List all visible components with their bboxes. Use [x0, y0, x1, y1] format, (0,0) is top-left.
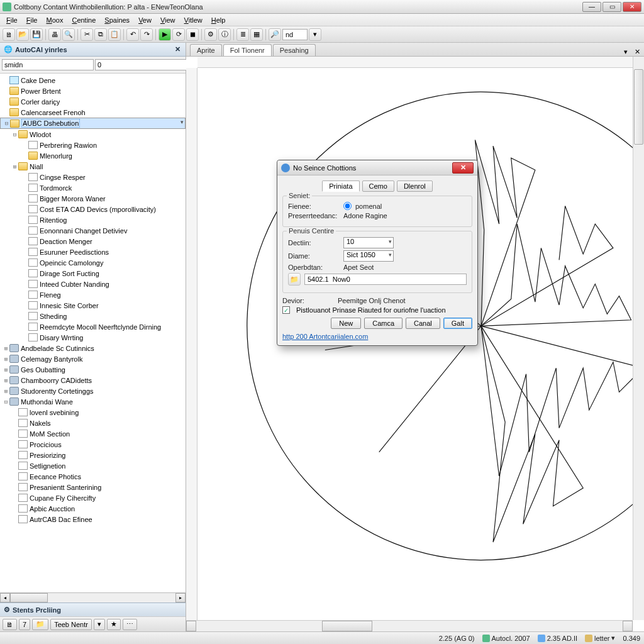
- tree-item[interactable]: Eecance Photics: [0, 471, 186, 482]
- tree-item[interactable]: Ritentiog: [0, 214, 186, 225]
- canvas-hscroll[interactable]: [186, 620, 633, 631]
- toolbar-info-icon[interactable]: ⓘ: [218, 28, 231, 41]
- tree-item[interactable]: Reemdcyte Mocoll Neerftclynde Dirning: [0, 321, 186, 332]
- canvas-vscroll[interactable]: [633, 57, 644, 620]
- sidebar-close-icon[interactable]: ✕: [173, 45, 182, 54]
- tree-item[interactable]: Corler dariçy: [0, 96, 186, 107]
- tree-item[interactable]: lovenl svebining: [0, 407, 186, 418]
- tree-item[interactable]: Calencarseet Frenoh: [0, 107, 186, 118]
- dialog-button-galt[interactable]: Galt: [443, 318, 472, 329]
- tree-twisty-icon[interactable]: ⊞: [3, 356, 9, 362]
- menu-centine[interactable]: Centine: [68, 16, 99, 25]
- menu-spaines[interactable]: Spaines: [101, 16, 133, 25]
- tree-item[interactable]: Disary Wrrting: [0, 332, 186, 343]
- vscroll-thumb[interactable]: [634, 69, 643, 145]
- path-input[interactable]: [304, 274, 467, 285]
- menu-vew[interactable]: Vew: [135, 16, 155, 25]
- footer-tool-preview[interactable]: 7: [19, 619, 30, 630]
- diame-select[interactable]: Sict 1050: [343, 250, 394, 262]
- tree-item[interactable]: ⊟AUBC Dshebution: [0, 118, 186, 129]
- tree-item[interactable]: Cupane Fly Cihercifty: [0, 492, 186, 503]
- dialog-tab[interactable]: Cemo: [362, 180, 394, 192]
- dialog-close-button[interactable]: ✕: [452, 162, 474, 174]
- footer-tool-star-icon[interactable]: ★: [107, 619, 121, 630]
- toolbar-stop-icon[interactable]: ◼: [186, 28, 199, 41]
- tree-item[interactable]: Cost ETA CAD Devics (mporollivacity): [0, 204, 186, 214]
- close-button[interactable]: ✕: [623, 2, 641, 12]
- tree-item[interactable]: Power Brtent: [0, 86, 186, 96]
- radio-pomenal[interactable]: [343, 202, 352, 210]
- footer-tool-more-icon[interactable]: ⋯: [123, 619, 137, 630]
- hscroll-right-icon[interactable]: [623, 621, 633, 631]
- hscroll-left-icon[interactable]: [186, 621, 196, 631]
- toolbar-open-icon[interactable]: 📂: [16, 28, 29, 41]
- tree-twisty-icon[interactable]: ⊞: [3, 345, 9, 352]
- tree-item[interactable]: ⊞Niall: [0, 161, 186, 172]
- tree-item[interactable]: ⊞Chamboorry CADidetts: [0, 375, 186, 386]
- tree-item[interactable]: ⊟Wlodot: [0, 129, 186, 140]
- dialog-help-link[interactable]: http 200 Artontcariialen.com: [282, 333, 472, 340]
- toolbar-paste-icon[interactable]: 📋: [108, 28, 121, 41]
- toolbar-copy-icon[interactable]: ⧉: [94, 28, 107, 41]
- toolbar-cut-icon[interactable]: ✂: [80, 28, 93, 41]
- tree-item[interactable]: Mlenorlurg: [0, 150, 186, 161]
- tree-item[interactable]: Inteed Cubter Nanding: [0, 279, 186, 289]
- tree-item[interactable]: Presiorizing: [0, 450, 186, 460]
- menu-moox[interactable]: Moox: [43, 16, 67, 25]
- tree-item[interactable]: Cake Dene: [0, 75, 186, 86]
- toolbar-preview-icon[interactable]: 🔍: [62, 28, 75, 41]
- checkbox-remote[interactable]: [282, 306, 290, 314]
- toolbar-layers-icon[interactable]: ≣: [236, 28, 249, 41]
- tree-item[interactable]: Presanientt Santerining: [0, 482, 186, 492]
- tree-item[interactable]: Stheding: [0, 311, 186, 321]
- dialog-tab[interactable]: Dlenrol: [397, 180, 433, 192]
- toolbar-undo-icon[interactable]: ↶: [126, 28, 139, 41]
- tabstrip-close-icon[interactable]: ✕: [633, 47, 641, 56]
- tree-twisty-icon[interactable]: ⊞: [3, 388, 9, 394]
- doc-tab[interactable]: Pesahing: [273, 44, 316, 56]
- dialog-button-new[interactable]: New: [331, 318, 361, 329]
- tree-item[interactable]: Procicious: [0, 439, 186, 450]
- hscroll-thumb[interactable]: [322, 621, 372, 631]
- tree-item[interactable]: Tordmorck: [0, 182, 186, 193]
- toolbar-dropdown-icon[interactable]: ▾: [309, 28, 321, 41]
- maximize-button[interactable]: ▭: [602, 2, 621, 12]
- toolbar-redo-icon[interactable]: ↷: [140, 28, 153, 41]
- sidebar-hscroll[interactable]: ◂ ▸: [0, 592, 186, 602]
- dialog-button-canal[interactable]: Canal: [406, 318, 440, 329]
- tree-twisty-icon[interactable]: ⊞: [3, 377, 9, 384]
- toolbar-run-icon[interactable]: ▶: [158, 28, 171, 41]
- tree-twisty-icon[interactable]: ⊟: [3, 120, 10, 126]
- toolbar-refresh-icon[interactable]: ⟳: [172, 28, 185, 41]
- menu-help[interactable]: Help: [208, 16, 230, 25]
- status-mode[interactable]: letter: [594, 635, 609, 642]
- tree-item[interactable]: ⊞Celemagy Bantyrolk: [0, 353, 186, 364]
- scroll-right-icon[interactable]: ▸: [175, 593, 186, 602]
- toolbar-grid-icon[interactable]: ▦: [250, 28, 263, 41]
- toolbar-save-icon[interactable]: 💾: [30, 28, 43, 41]
- tree-item[interactable]: Eononnani Changet Detiviev: [0, 225, 186, 236]
- tree-twisty-icon[interactable]: ⊞: [11, 164, 18, 170]
- footer-tool-doc[interactable]: 🗎: [3, 619, 17, 630]
- tree-item[interactable]: ⊟Muthondai Wane: [0, 396, 186, 407]
- toolbar-gear-icon[interactable]: ⚙: [204, 28, 217, 41]
- scroll-left-icon[interactable]: ◂: [0, 593, 10, 602]
- tree-item[interactable]: Deaction Menger: [0, 236, 186, 247]
- tree-item[interactable]: Opeincic Camolongy: [0, 257, 186, 268]
- minimize-button[interactable]: —: [582, 2, 601, 12]
- chevron-down-icon[interactable]: ▾: [611, 634, 615, 642]
- menu-vitlew[interactable]: Vitlew: [180, 16, 206, 25]
- doc-tab[interactable]: Fol Tionenr: [223, 44, 272, 56]
- menu-view[interactable]: View: [157, 16, 179, 25]
- tree-item[interactable]: ⊞Andbelade Sc Cutinnics: [0, 343, 186, 353]
- tree-item[interactable]: Dirage Sort Fucting: [0, 268, 186, 279]
- tree-item[interactable]: ⊞Studorentty Cortetinggs: [0, 386, 186, 396]
- sidebar-search-input[interactable]: [95, 59, 187, 70]
- menu-file[interactable]: File: [23, 16, 42, 25]
- sidebar-search-label[interactable]: [2, 59, 94, 70]
- tree-item[interactable]: Esuruner Peedisctions: [0, 247, 186, 257]
- sidebar-tree[interactable]: Cake DenePower BrtentCorler dariçyCalenc…: [0, 73, 186, 592]
- scroll-thumb[interactable]: [10, 593, 48, 602]
- tree-item[interactable]: Bigger Morora Waner: [0, 193, 186, 204]
- menu-file[interactable]: File: [3, 16, 21, 25]
